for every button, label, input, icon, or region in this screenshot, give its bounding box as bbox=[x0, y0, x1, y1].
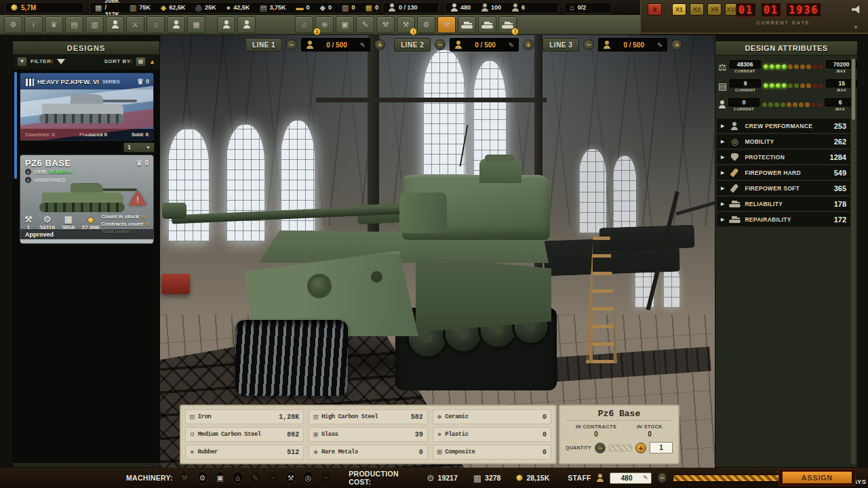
edit-icon[interactable]: ✎ bbox=[657, 41, 663, 49]
quantity-plus-button[interactable]: + bbox=[635, 443, 646, 453]
assign-button[interactable]: ASSIGN bbox=[782, 471, 852, 484]
lathe-icon[interactable]: ⚒ bbox=[179, 471, 191, 485]
drill-press-icon[interactable]: ⚙ bbox=[197, 471, 208, 485]
expand-arrow-icon[interactable]: ▶ bbox=[721, 217, 724, 222]
sort-direction-icon[interactable]: ▲ bbox=[149, 58, 155, 65]
max-label: MAX bbox=[837, 69, 846, 73]
world-market-button[interactable]: ⊕1 bbox=[315, 16, 334, 33]
sort-mode-button[interactable]: ▦ bbox=[136, 57, 146, 66]
staff-input[interactable]: 480 ✎ bbox=[610, 472, 652, 484]
list-scrollbar[interactable] bbox=[14, 72, 17, 179]
series-count-dropdown[interactable]: 1 ▼ bbox=[123, 142, 155, 152]
attr-protection[interactable]: ▶ PROTECTION 1284 bbox=[717, 150, 850, 164]
series-card-heavy-pzkpfw-vi[interactable]: HEAVY PZ.KPFW. VI SERIES ♛0 Countries: 0… bbox=[20, 73, 154, 141]
line-counter[interactable]: 0 / 500 ✎ bbox=[450, 38, 519, 52]
press-icon[interactable]: ✎ bbox=[250, 471, 261, 485]
material-name: High Carbon Steel bbox=[321, 414, 408, 420]
attributes-scrollbar[interactable] bbox=[851, 58, 856, 464]
material-value: 0 bbox=[419, 449, 423, 456]
tank-fleet-button[interactable] bbox=[478, 16, 496, 33]
gauge-dot bbox=[794, 83, 799, 88]
conveyor-icon[interactable]: ~ bbox=[320, 471, 332, 485]
edit-icon[interactable]: ✎ bbox=[360, 41, 366, 49]
scrollbar-thumb[interactable] bbox=[852, 59, 855, 120]
line-add-button[interactable]: + bbox=[523, 39, 534, 50]
tank-model-pz6[interactable] bbox=[224, 136, 557, 374]
quantity-minus-button[interactable]: − bbox=[595, 443, 606, 453]
factory-view-button[interactable]: ⌂ bbox=[295, 16, 313, 33]
expand-arrow-icon[interactable]: ▶ bbox=[721, 123, 724, 129]
office-button[interactable]: ▣ bbox=[336, 16, 354, 33]
welder-icon[interactable]: ▣ bbox=[214, 471, 226, 485]
attr-name: FIREPOWER HARD bbox=[745, 169, 829, 176]
expand-arrow-icon[interactable]: ▶ bbox=[721, 201, 724, 207]
info-button[interactable]: i bbox=[24, 16, 43, 33]
speed-x5-button[interactable]: X5 bbox=[707, 3, 722, 16]
machinery-label: MACHINERY: bbox=[126, 474, 173, 482]
team-button[interactable] bbox=[217, 16, 235, 33]
personnel-button[interactable] bbox=[106, 16, 124, 33]
attr-mobility[interactable]: ▶ ◎ MOBILITY 262 bbox=[717, 134, 850, 148]
line-counter[interactable]: 0 / 500 ✎ bbox=[301, 38, 370, 52]
filter-dropdown-button[interactable]: ▼ bbox=[17, 57, 27, 66]
research-button[interactable]: ✎ bbox=[356, 16, 374, 33]
edit-icon[interactable]: ✎ bbox=[509, 41, 514, 49]
staff-button[interactable] bbox=[167, 16, 185, 33]
material-name: Rubber bbox=[198, 449, 284, 455]
quantity-slider[interactable] bbox=[609, 445, 632, 451]
military-button[interactable]: ⚔ bbox=[126, 16, 144, 33]
attr-firepower-soft[interactable]: ▶ FIREPOWER SOFT 365 bbox=[717, 181, 850, 195]
engineering-button[interactable]: ⚙ bbox=[417, 16, 435, 33]
hr-button[interactable] bbox=[237, 16, 256, 33]
parts-icon: ▥ bbox=[130, 4, 136, 12]
line-count: 0 / 500 bbox=[614, 41, 653, 49]
line-counter[interactable]: 0 / 500 ✎ bbox=[598, 38, 667, 52]
staff-minus-button[interactable]: − bbox=[658, 472, 667, 483]
engineers-count: 480 bbox=[460, 4, 471, 11]
archive-button[interactable]: ▦ bbox=[187, 16, 205, 33]
report-icon: ▥ bbox=[91, 21, 98, 28]
expand-arrow-icon[interactable]: ▶ bbox=[721, 139, 724, 144]
buildings-button[interactable]: ⌂ bbox=[146, 16, 165, 33]
tank-designs-button[interactable] bbox=[458, 16, 476, 33]
repair-button[interactable]: ⚒! bbox=[397, 16, 415, 33]
gauge-dot bbox=[788, 64, 793, 69]
line-remove-button[interactable]: − bbox=[435, 39, 446, 50]
settings-button[interactable]: ⚙ bbox=[4, 16, 22, 33]
furnace-icon[interactable]: ⌂ bbox=[232, 471, 243, 485]
line-remove-button[interactable]: − bbox=[583, 39, 594, 50]
reports-button[interactable]: ▥ bbox=[85, 16, 104, 33]
production-button-selected[interactable]: ⚒ bbox=[437, 16, 456, 33]
chevron-down-icon[interactable]: ▼ bbox=[853, 24, 859, 30]
contracts-button[interactable]: ▤ bbox=[65, 16, 83, 33]
expand-arrow-icon[interactable]: ▶ bbox=[721, 186, 724, 191]
grinder-icon[interactable]: ⚒ bbox=[285, 471, 296, 485]
pause-button[interactable]: II bbox=[648, 3, 662, 16]
design-card-pz6-base[interactable]: PZ6 BASE ♛0 i 1935 MODERN i UNDEFINED ! … bbox=[20, 155, 154, 244]
line-add-button[interactable]: + bbox=[671, 39, 682, 50]
workshop-button[interactable]: ⚒ bbox=[376, 16, 395, 33]
attr-reliability[interactable]: ▶ RELIABILITY 178 bbox=[717, 197, 850, 211]
attr-firepower-hard[interactable]: ▶ FIREPOWER HARD 549 bbox=[717, 165, 850, 180]
speed-x2-button[interactable]: X2 bbox=[690, 3, 704, 16]
attr-repairability[interactable]: ▶ REPAIRABILITY 172 bbox=[717, 212, 850, 226]
resource-value: 42,5K bbox=[233, 4, 250, 11]
design-year-era: i 1935 MODERN bbox=[25, 169, 73, 175]
crane-tool-icon[interactable]: ~ bbox=[267, 471, 279, 485]
quantity-input[interactable]: 1 bbox=[650, 442, 673, 453]
tank-orders-button[interactable]: ! bbox=[498, 16, 517, 33]
factory-3d-viewport[interactable] bbox=[160, 35, 715, 468]
speaker-icon[interactable] bbox=[852, 5, 863, 14]
attr-crew-performance[interactable]: ▶ CREW PERFORMANCE 253 bbox=[717, 119, 850, 133]
speed-x1-button[interactable]: X1 bbox=[672, 3, 686, 16]
expand-arrow-icon[interactable]: ▶ bbox=[721, 155, 724, 160]
line-remove-button[interactable]: − bbox=[286, 39, 297, 50]
line-add-button[interactable]: + bbox=[374, 39, 385, 50]
mill-icon[interactable]: ◎ bbox=[302, 471, 314, 485]
commander-cupola bbox=[479, 159, 521, 183]
achievements-button[interactable]: ♛ bbox=[45, 16, 63, 33]
attributes-list: ▶ CREW PERFORMANCE 253 ▶ ◎ MOBILITY 262 … bbox=[715, 119, 857, 226]
filter-funnel-icon[interactable] bbox=[57, 59, 65, 64]
hammer-icon: ⚒ bbox=[24, 215, 33, 224]
expand-arrow-icon[interactable]: ▶ bbox=[721, 170, 724, 176]
